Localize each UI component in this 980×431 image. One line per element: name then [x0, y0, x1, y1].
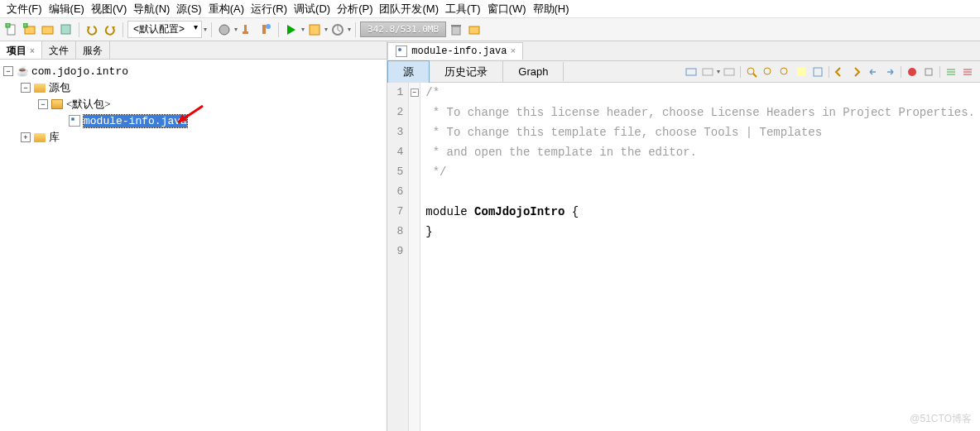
- toggle-highlight-icon[interactable]: [794, 65, 809, 79]
- menu-navigate[interactable]: 导航(N): [130, 2, 173, 16]
- collapse-icon[interactable]: −: [38, 99, 48, 109]
- chevron-down-icon[interactable]: ▾: [717, 68, 720, 75]
- menu-tools[interactable]: 工具(T): [442, 2, 484, 16]
- chevron-down-icon[interactable]: ▾: [301, 26, 305, 33]
- svg-line-19: [753, 74, 757, 77]
- box-icon[interactable]: [466, 22, 483, 38]
- subtab-graph[interactable]: Graph: [503, 62, 564, 81]
- tab-files[interactable]: 文件: [42, 41, 76, 59]
- fold-gutter: −: [409, 83, 420, 431]
- java-file-icon: [395, 45, 408, 57]
- expand-icon[interactable]: +: [21, 132, 31, 142]
- editor-tabs: module-info.java ×: [387, 41, 980, 61]
- memory-indicator[interactable]: 342.8/531.0MB: [360, 22, 446, 37]
- editor-tab[interactable]: module-info.java ×: [387, 42, 523, 60]
- line-number: 7: [392, 202, 403, 222]
- tab-projects[interactable]: 项目×: [0, 41, 42, 59]
- menu-team[interactable]: 团队开发(M): [376, 2, 442, 16]
- menu-help[interactable]: 帮助(H): [530, 2, 573, 16]
- code-content[interactable]: /* * To change this license header, choo…: [420, 83, 980, 431]
- svg-point-20: [764, 68, 771, 74]
- editor-subtabs: 源 历史记录 Graph ▾: [387, 61, 980, 83]
- shift-right-icon[interactable]: [882, 65, 897, 79]
- menu-source[interactable]: 源(S): [173, 2, 204, 16]
- globe-icon[interactable]: [216, 22, 233, 38]
- menu-run[interactable]: 运行(R): [247, 2, 291, 16]
- collapse-icon[interactable]: −: [3, 66, 13, 76]
- comment-icon[interactable]: [944, 65, 958, 79]
- panel-tabs: 项目× 文件 服务: [0, 41, 387, 60]
- menu-file[interactable]: 文件(F): [3, 2, 46, 16]
- macro-stop-icon[interactable]: [921, 65, 936, 79]
- trash-icon[interactable]: [448, 22, 464, 38]
- save-all-icon[interactable]: [58, 22, 74, 38]
- tree-label: com.jdojo.intro: [31, 65, 128, 78]
- next-bookmark-icon[interactable]: [849, 65, 864, 79]
- tree-src-node[interactable]: − 源包: [3, 79, 383, 96]
- code-editor[interactable]: 1 2 3 4 5 6 7 8 9 − /* * To change this …: [387, 83, 980, 431]
- last-edit-icon[interactable]: [684, 65, 699, 79]
- chevron-down-icon[interactable]: ▾: [348, 26, 351, 33]
- menu-refactor[interactable]: 重构(A): [205, 2, 247, 16]
- svg-point-9: [266, 24, 271, 29]
- find-prev-icon[interactable]: [761, 65, 776, 79]
- svg-rect-15: [686, 69, 696, 75]
- code-line: * To change this license header, choose …: [425, 103, 975, 122]
- svg-rect-23: [814, 68, 822, 76]
- tree-package-node[interactable]: − <默认包>: [3, 96, 383, 113]
- code-line: }: [425, 222, 975, 242]
- find-next-icon[interactable]: [777, 65, 792, 79]
- open-project-icon[interactable]: [40, 22, 56, 38]
- uncomment-icon[interactable]: [960, 65, 975, 79]
- svg-point-21: [781, 68, 787, 74]
- line-gutter: 1 2 3 4 5 6 7 8 9: [387, 83, 409, 431]
- run-icon[interactable]: [283, 22, 300, 38]
- menu-window[interactable]: 窗口(W): [484, 2, 530, 16]
- tree-project-node[interactable]: − ☕ com.jdojo.intro: [3, 63, 383, 79]
- chevron-down-icon[interactable]: ▾: [324, 26, 328, 33]
- undo-icon[interactable]: [84, 22, 100, 38]
- menu-debug[interactable]: 调试(D): [291, 2, 334, 16]
- svg-rect-1: [6, 23, 10, 27]
- collapse-icon[interactable]: −: [21, 83, 31, 93]
- macro-record-icon[interactable]: [905, 65, 920, 79]
- back-icon[interactable]: [700, 65, 715, 79]
- close-icon[interactable]: ×: [30, 46, 35, 55]
- forward-icon[interactable]: [722, 65, 737, 79]
- folder-icon: [33, 82, 46, 93]
- shift-left-icon[interactable]: [866, 65, 881, 79]
- tab-services[interactable]: 服务: [76, 41, 110, 59]
- menu-view[interactable]: 视图(V): [88, 2, 130, 16]
- tree-lib-node[interactable]: + 库: [3, 129, 383, 146]
- new-file-icon[interactable]: [3, 22, 20, 38]
- chevron-down-icon[interactable]: ▾: [204, 26, 207, 33]
- config-dropdown[interactable]: <默认配置>: [127, 21, 202, 38]
- line-number: 9: [392, 242, 403, 261]
- menu-edit[interactable]: 编辑(E): [46, 2, 88, 16]
- separator: [740, 66, 741, 78]
- profile-icon[interactable]: [329, 22, 346, 38]
- subtab-source[interactable]: 源: [387, 60, 430, 84]
- fold-minus-icon[interactable]: −: [411, 89, 419, 97]
- clean-build-icon[interactable]: [257, 22, 274, 38]
- find-selection-icon[interactable]: [744, 65, 759, 79]
- chevron-down-icon[interactable]: ▾: [234, 26, 238, 33]
- debug-icon[interactable]: [306, 22, 323, 38]
- main-toolbar: <默认配置> ▾ ▾ ▾ ▾ ▾ 342.8/531.0MB: [0, 18, 980, 41]
- build-icon[interactable]: [239, 22, 256, 38]
- tree-file-node[interactable]: module-info.java: [3, 113, 383, 129]
- svg-rect-14: [469, 26, 479, 34]
- tree-label: 源包: [49, 80, 70, 95]
- svg-rect-16: [703, 69, 713, 75]
- close-icon[interactable]: ×: [511, 46, 516, 56]
- menu-profile[interactable]: 分析(P): [334, 2, 376, 16]
- new-project-icon[interactable]: [22, 22, 38, 38]
- subtab-history[interactable]: 历史记录: [430, 61, 503, 83]
- svg-rect-25: [925, 69, 932, 75]
- prev-bookmark-icon[interactable]: [833, 65, 848, 79]
- watermark: @51CTO博客: [910, 412, 972, 426]
- toggle-bookmark-icon[interactable]: [810, 65, 825, 79]
- redo-icon[interactable]: [102, 22, 118, 38]
- tree-label: module-info.java: [84, 115, 187, 127]
- svg-rect-8: [243, 31, 248, 34]
